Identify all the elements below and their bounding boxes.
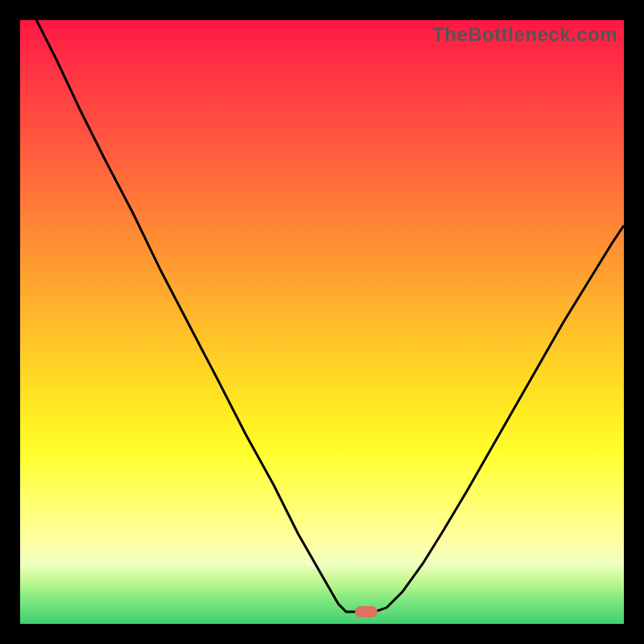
bottleneck-curve — [20, 20, 624, 624]
minimum-marker — [355, 606, 378, 617]
chart-frame: TheBottleneck.com — [0, 0, 644, 644]
plot-area: TheBottleneck.com — [20, 20, 624, 624]
curve-path — [36, 20, 624, 612]
